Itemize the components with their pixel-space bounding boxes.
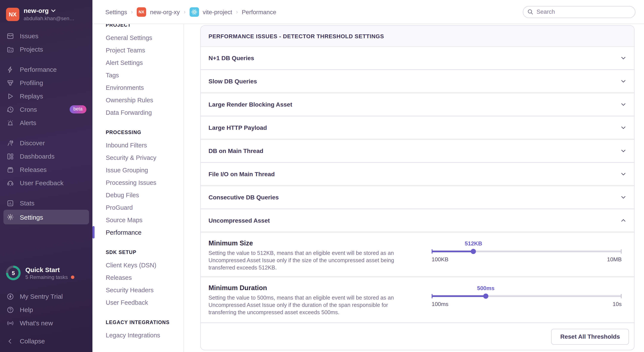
detector-row-slow-db-queries[interactable]: Slow DB Queries (201, 70, 634, 93)
subnav-item-proguard[interactable]: ProGuard (106, 201, 184, 214)
panel-footer: Reset All Thresholds (201, 323, 634, 350)
chevron-down-icon (620, 148, 626, 154)
org-avatar: NX (6, 8, 19, 21)
minimum-size-setting: Minimum Size Setting the value to 512KB,… (201, 232, 634, 277)
breadcrumb-settings[interactable]: Settings (105, 8, 127, 15)
subnav-item-general-settings[interactable]: General Settings (106, 31, 184, 44)
detector-row-n-plus-one-db-queries[interactable]: N+1 DB Queries (201, 47, 634, 70)
reset-all-thresholds-button[interactable]: Reset All Thresholds (551, 328, 629, 344)
sidebar-item-label: Projects (20, 46, 43, 53)
collapse-label: Collapse (20, 338, 45, 345)
setting-title: Minimum Duration (208, 284, 400, 292)
sidebar-item-label: What's new (20, 319, 53, 327)
profiling-icon (6, 79, 14, 86)
sidebar-item-label: Profiling (20, 79, 43, 86)
detector-row-db-on-main-thread[interactable]: DB on Main Thread (201, 140, 634, 163)
subnav-item-issue-grouping[interactable]: Issue Grouping (106, 164, 184, 176)
sidebar-item-projects[interactable]: Projects (0, 42, 92, 56)
subnav-item-ownership-rules[interactable]: Ownership Rules (106, 94, 184, 106)
sidebar-item-help[interactable]: Help (0, 303, 92, 316)
breadcrumb-org[interactable]: new-org-xy (150, 8, 180, 15)
subnav-item-inbound-filters[interactable]: Inbound Filters (106, 139, 184, 151)
sidebar-item-stats[interactable]: Stats (0, 196, 92, 210)
detector-row-uncompressed-asset[interactable]: Uncompressed Asset (201, 209, 634, 232)
chevron-down-icon (620, 55, 626, 61)
slider-handle[interactable] (471, 249, 476, 254)
sidebar-item-crons[interactable]: Crons beta (0, 103, 92, 116)
sidebar-item-my-sentry-trial[interactable]: My Sentry Trial (0, 290, 92, 303)
subnav-section-legacy: LEGACY INTEGRATIONS Legacy Integrations (106, 320, 184, 341)
trial-icon (6, 292, 14, 300)
slider-fill (432, 295, 486, 297)
subnav-item-security-privacy[interactable]: Security & Privacy (106, 151, 184, 164)
beta-badge: beta (70, 106, 86, 113)
detector-row-consecutive-db-queries[interactable]: Consecutive DB Queries (201, 186, 634, 209)
sidebar-item-profiling[interactable]: Profiling (0, 76, 92, 90)
org-switcher[interactable]: NX new-org abdullah.khan@sen… (0, 5, 92, 22)
subnav-item-environments[interactable]: Environments (106, 81, 184, 94)
minimum-duration-slider[interactable]: 500ms 100ms 10s (432, 284, 622, 322)
subnav-item-project-teams[interactable]: Project Teams (106, 44, 184, 56)
subnav-item-user-feedback[interactable]: User Feedback (106, 296, 184, 308)
sentry-app: NX new-org abdullah.khan@sen… Issues Pro… (0, 0, 644, 352)
subnav-item-performance[interactable]: Performance (106, 226, 184, 238)
subnav-item-alert-settings[interactable]: Alert Settings (106, 56, 184, 69)
subnav-item-debug-files[interactable]: Debug Files (106, 189, 184, 201)
replays-icon (6, 92, 14, 100)
sidebar-footer-nav: My Sentry Trial Help What's new (0, 290, 92, 330)
chevron-down-icon (620, 194, 626, 200)
subnav-item-source-maps[interactable]: Source Maps (106, 214, 184, 226)
chevron-down-icon (620, 171, 626, 177)
subnav-section-processing: PROCESSING Inbound Filters Security & Pr… (106, 130, 184, 238)
sidebar-item-user-feedback[interactable]: User Feedback (0, 176, 92, 190)
minimum-size-slider[interactable]: 512KB 100KB 10MB (432, 240, 622, 276)
detector-threshold-panel: PERFORMANCE ISSUES - DETECTOR THRESHOLD … (200, 25, 634, 350)
sidebar-item-label: My Sentry Trial (20, 293, 63, 300)
sidebar-item-releases[interactable]: Releases (0, 163, 92, 176)
sidebar-item-replays[interactable]: Replays (0, 90, 92, 103)
sidebar-item-label: Help (20, 306, 33, 313)
slider-max-label: 10MB (607, 256, 622, 262)
settings-content: PERFORMANCE ISSUES - DETECTOR THRESHOLD … (184, 24, 644, 352)
slider-value-label: 512KB (465, 240, 482, 247)
sidebar-item-dashboards[interactable]: Dashboards (0, 150, 92, 163)
subnav-section-title: PROCESSING (106, 130, 184, 135)
sidebar-item-label: Alerts (20, 119, 36, 126)
quick-start[interactable]: 5 Quick Start 5 Remaining tasks (6, 266, 86, 280)
sidebar-item-whats-new[interactable]: What's new (0, 316, 92, 330)
subnav-section-title: PROJECT (106, 24, 184, 28)
sidebar-item-issues[interactable]: Issues (0, 29, 92, 42)
issues-icon (6, 32, 14, 40)
sidebar-item-settings[interactable]: Settings (4, 210, 89, 224)
search-input[interactable] (523, 6, 636, 18)
sidebar-item-label: Stats (20, 200, 34, 207)
subnav-item-releases[interactable]: Releases (106, 271, 184, 284)
alerts-icon (6, 119, 14, 126)
subnav-item-tags[interactable]: Tags (106, 69, 184, 81)
detector-row-file-io-on-main-thread[interactable]: File I/O on Main Thread (201, 163, 634, 186)
subnav-item-client-keys[interactable]: Client Keys (DSN) (106, 259, 184, 271)
sidebar-item-label: User Feedback (20, 179, 64, 186)
collapse-sidebar-button[interactable]: Collapse (0, 334, 92, 348)
slider-track[interactable] (432, 295, 622, 297)
slider-handle[interactable] (483, 294, 488, 299)
slider-track[interactable] (432, 250, 622, 252)
subnav-item-processing-issues[interactable]: Processing Issues (106, 176, 184, 189)
org-email: abdullah.khan@sen… (24, 16, 74, 22)
detector-row-large-http-payload[interactable]: Large HTTP Payload (201, 116, 634, 140)
performance-icon (6, 66, 14, 73)
sidebar-item-alerts[interactable]: Alerts (0, 116, 92, 129)
settings-subnav: PROJECT General Settings Project Teams A… (92, 24, 184, 352)
subnav-item-legacy-integrations[interactable]: Legacy Integrations (106, 329, 184, 341)
breadcrumb-project[interactable]: vite-project (203, 8, 232, 15)
sidebar-item-discover[interactable]: Discover (0, 136, 92, 150)
chevron-down-icon (620, 78, 626, 84)
subnav-item-security-headers[interactable]: Security Headers (106, 284, 184, 296)
setting-description: Setting the value to 500ms, means that a… (208, 294, 398, 316)
top-bar: Settings › NX new-org-xy › vite-project … (92, 0, 644, 24)
sidebar-item-performance[interactable]: Performance (0, 63, 92, 76)
subnav-section-sdk-setup: SDK SETUP Client Keys (DSN) Releases Sec… (106, 250, 184, 308)
subnav-item-data-forwarding[interactable]: Data Forwarding (106, 106, 184, 118)
breadcrumb-separator: › (236, 8, 238, 15)
detector-row-large-render-blocking-asset[interactable]: Large Render Blocking Asset (201, 93, 634, 116)
